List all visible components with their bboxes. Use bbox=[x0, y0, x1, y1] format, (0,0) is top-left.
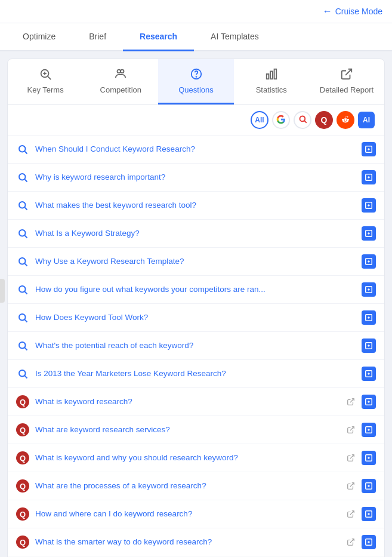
question-text[interactable]: Is 2013 the Year Marketers Lose Keyword … bbox=[35, 368, 356, 380]
subnav-statistics[interactable]: Statistics bbox=[234, 59, 309, 104]
question-text[interactable]: Why Use a Keyword Research Template? bbox=[35, 256, 356, 267]
question-text[interactable]: What is keyword research? bbox=[35, 396, 338, 408]
subnav-detailed-report[interactable]: Detailed Report bbox=[309, 59, 384, 104]
question-item: Q What is keyword and why you should res… bbox=[8, 444, 384, 472]
svg-rect-9 bbox=[270, 71, 273, 79]
add-to-doc-button[interactable] bbox=[362, 170, 376, 184]
question-actions bbox=[362, 254, 376, 269]
reddit-icon bbox=[341, 115, 350, 126]
content-area: Key Terms Competition Questions bbox=[7, 59, 385, 557]
add-to-doc-button[interactable] bbox=[362, 338, 376, 353]
filter-reddit[interactable] bbox=[337, 111, 354, 129]
add-to-doc-button[interactable] bbox=[362, 395, 376, 409]
svg-line-41 bbox=[24, 291, 27, 294]
add-to-doc-button[interactable] bbox=[362, 310, 376, 325]
svg-rect-10 bbox=[274, 69, 276, 79]
quora-icon: Q bbox=[321, 115, 328, 125]
question-actions bbox=[362, 142, 376, 156]
add-to-doc-button[interactable] bbox=[362, 254, 376, 269]
question-item: What's the potential reach of each keywo… bbox=[8, 332, 384, 360]
tab-ai-templates[interactable]: AI Templates bbox=[194, 23, 276, 51]
question-text[interactable]: Why is keyword research important? bbox=[35, 172, 356, 183]
external-link-button[interactable] bbox=[344, 535, 358, 549]
svg-line-76 bbox=[350, 511, 354, 515]
filter-ai[interactable]: AI bbox=[358, 112, 375, 128]
external-link-button[interactable] bbox=[344, 395, 358, 409]
question-text[interactable]: What is the smarter way to do keyword re… bbox=[35, 537, 338, 548]
question-item: What makes the best keyword research too… bbox=[8, 192, 384, 220]
svg-rect-8 bbox=[266, 74, 268, 79]
add-to-doc-button[interactable] bbox=[362, 226, 376, 241]
svg-point-35 bbox=[19, 258, 26, 264]
question-text[interactable]: What are keyword research services? bbox=[35, 424, 338, 436]
svg-line-60 bbox=[350, 399, 354, 402]
add-to-doc-button[interactable] bbox=[362, 451, 376, 465]
main-nav: Optimize Brief Research AI Templates bbox=[0, 23, 392, 51]
tab-brief[interactable]: Brief bbox=[72, 23, 123, 51]
google-icon bbox=[276, 115, 286, 126]
search-source-icon bbox=[16, 311, 29, 324]
svg-line-51 bbox=[24, 347, 27, 350]
add-to-doc-button[interactable] bbox=[362, 282, 376, 297]
filter-all[interactable]: All bbox=[251, 111, 268, 129]
question-text[interactable]: How Does Keyword Tool Work? bbox=[35, 312, 356, 324]
question-text[interactable]: What are the processes of a keyword rese… bbox=[35, 481, 338, 492]
svg-point-7 bbox=[196, 76, 196, 77]
detailed-report-icon bbox=[340, 67, 353, 82]
svg-line-80 bbox=[350, 539, 354, 543]
tab-research[interactable]: Research bbox=[123, 23, 194, 51]
add-to-doc-button[interactable] bbox=[362, 535, 376, 549]
add-to-doc-button[interactable] bbox=[362, 367, 376, 381]
subnav-key-terms[interactable]: Key Terms bbox=[8, 59, 83, 104]
magnifier-search-icon bbox=[298, 115, 307, 125]
question-item: How Does Keyword Tool Work? bbox=[8, 304, 384, 332]
filter-search[interactable] bbox=[294, 111, 311, 129]
add-to-doc-button[interactable] bbox=[362, 142, 376, 156]
question-actions bbox=[362, 338, 376, 353]
external-link-button[interactable] bbox=[344, 423, 358, 437]
question-text[interactable]: What Is a Keyword Strategy? bbox=[35, 228, 356, 239]
svg-point-5 bbox=[121, 70, 124, 73]
tab-optimize[interactable]: Optimize bbox=[6, 23, 72, 51]
questions-icon bbox=[190, 67, 203, 82]
search-source-icon bbox=[16, 171, 29, 184]
svg-line-16 bbox=[24, 151, 27, 153]
add-to-doc-button[interactable] bbox=[362, 479, 376, 493]
sub-nav: Key Terms Competition Questions bbox=[8, 59, 384, 105]
svg-line-1 bbox=[48, 76, 51, 79]
add-to-doc-button[interactable] bbox=[362, 507, 376, 521]
question-item: Is 2013 the Year Marketers Lose Keyword … bbox=[8, 360, 384, 388]
detailed-report-label: Detailed Report bbox=[320, 85, 374, 94]
add-to-doc-button[interactable] bbox=[362, 423, 376, 437]
svg-line-21 bbox=[24, 179, 27, 181]
filter-quora[interactable]: Q bbox=[315, 111, 333, 129]
left-handle[interactable] bbox=[0, 279, 5, 303]
svg-point-25 bbox=[19, 202, 26, 208]
svg-point-12 bbox=[300, 116, 305, 122]
question-text[interactable]: How do you figure out what keywords your… bbox=[35, 284, 356, 296]
question-text[interactable]: What is keyword and why you should resea… bbox=[35, 453, 338, 464]
question-text[interactable]: How and where can I do keyword research? bbox=[35, 509, 338, 520]
external-link-button[interactable] bbox=[344, 451, 358, 465]
add-to-doc-button[interactable] bbox=[362, 198, 376, 213]
external-link-button[interactable] bbox=[344, 479, 358, 493]
subnav-competition[interactable]: Competition bbox=[83, 59, 158, 104]
key-terms-label: Key Terms bbox=[27, 85, 64, 94]
question-actions bbox=[344, 535, 376, 549]
cruise-mode-label: Cruise Mode bbox=[335, 7, 382, 16]
question-text[interactable]: When Should I Conduct Keyword Research? bbox=[35, 144, 356, 155]
question-actions bbox=[344, 479, 376, 493]
subnav-questions[interactable]: Questions bbox=[158, 59, 233, 104]
question-text[interactable]: What makes the best keyword research too… bbox=[35, 200, 356, 211]
question-item: When Should I Conduct Keyword Research? bbox=[8, 136, 384, 164]
question-actions bbox=[344, 451, 376, 465]
cruise-mode-button[interactable]: ← Cruise Mode bbox=[323, 6, 382, 17]
external-link-button[interactable] bbox=[344, 507, 358, 521]
filter-google[interactable] bbox=[272, 111, 290, 129]
questions-label: Questions bbox=[178, 85, 214, 94]
question-item: Why Use a Keyword Research Template? bbox=[8, 248, 384, 276]
quora-source-icon: Q bbox=[16, 395, 29, 408]
question-actions bbox=[344, 507, 376, 521]
question-text[interactable]: What's the potential reach of each keywo… bbox=[35, 340, 356, 352]
svg-line-64 bbox=[350, 427, 354, 430]
